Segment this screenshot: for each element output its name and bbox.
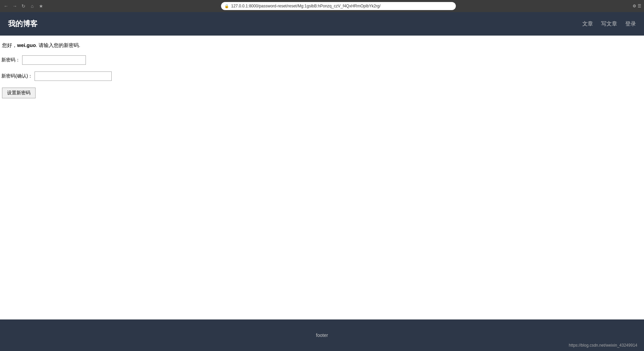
navbar-brand: 我的博客 xyxy=(8,19,582,29)
greeting-text: 您好，wei.guo. 请输入您的新密码. xyxy=(1,42,644,49)
forward-button[interactable]: → xyxy=(11,3,18,9)
new-password-group: 新密码： xyxy=(1,55,644,65)
lock-icon: 🔒 xyxy=(224,4,229,8)
footer-text: footer xyxy=(316,333,328,338)
footer-link[interactable]: https://blog.csdn.net/weixin_43249914 xyxy=(569,343,637,348)
url-bar[interactable]: 🔒 127.0.0.1:8000/password-reset/reset/Mg… xyxy=(221,2,456,10)
navbar-links: 文章 写文章 登录 xyxy=(582,20,636,28)
new-password-input[interactable] xyxy=(22,55,86,65)
new-password-label: 新密码： xyxy=(1,57,20,63)
confirm-password-input[interactable] xyxy=(35,71,112,81)
footer: footer https://blog.csdn.net/weixin_4324… xyxy=(0,319,644,351)
confirm-password-group: 新密码(确认)： xyxy=(1,71,644,81)
url-text: 127.0.0.1:8000/password-reset/reset/Mg:1… xyxy=(231,4,381,8)
greeting-suffix: . 请输入您的新密码. xyxy=(36,42,80,48)
back-button[interactable]: ← xyxy=(3,3,9,9)
main-content: 您好，wei.guo. 请输入您的新密码. 新密码： 新密码(确认)： 设置新密… xyxy=(0,36,644,319)
navbar: 我的博客 文章 写文章 登录 xyxy=(0,12,644,36)
reload-button[interactable]: ↻ xyxy=(20,3,27,9)
browser-right-icons: ⚙ ☰ xyxy=(633,4,641,8)
nav-link-articles[interactable]: 文章 xyxy=(582,20,593,28)
browser-icon-1: ⚙ xyxy=(633,4,636,8)
browser-icon-2: ☰ xyxy=(638,4,641,8)
nav-link-write[interactable]: 写文章 xyxy=(601,20,617,28)
confirm-password-label: 新密码(确认)： xyxy=(1,73,33,79)
home-button[interactable]: ⌂ xyxy=(29,3,36,9)
browser-chrome: ← → ↻ ⌂ ★ 🔒 127.0.0.1:8000/password-rese… xyxy=(0,0,644,12)
bookmark-button[interactable]: ★ xyxy=(38,3,44,9)
username-text: wei.guo xyxy=(17,42,36,48)
nav-link-login[interactable]: 登录 xyxy=(625,20,636,28)
submit-button[interactable]: 设置新密码 xyxy=(2,88,36,98)
greeting-prefix: 您好， xyxy=(2,42,17,48)
